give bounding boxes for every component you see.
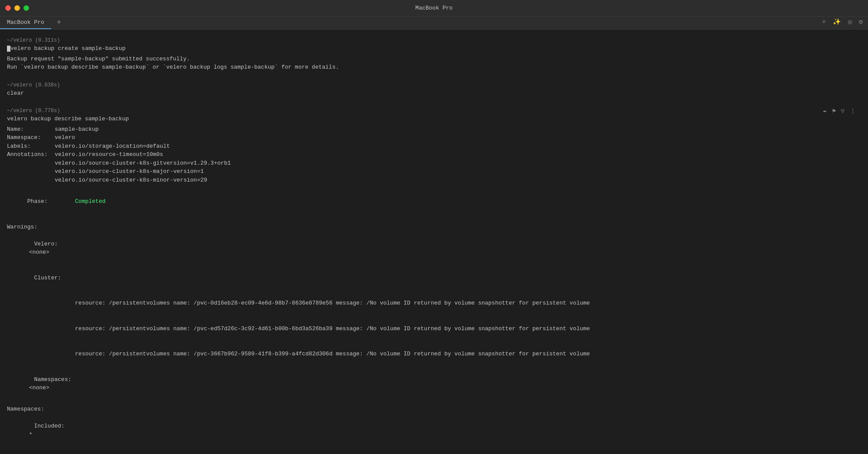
field-phase: Phase:Completed xyxy=(7,189,861,214)
filter-action-icon[interactable]: ▽ xyxy=(841,107,845,116)
warnings-header: Warnings: xyxy=(7,223,861,232)
block-actions: ✒ ⚑ ▽ ⋮ xyxy=(823,107,856,116)
field-annot-1: velero.io/source-cluster-k8s-gitversion=… xyxy=(7,159,861,168)
cursor xyxy=(7,46,10,52)
field-annot-3: velero.io/source-cluster-k8s-minor-versi… xyxy=(7,176,861,185)
tab-macbook-pro[interactable]: MacBook Pro xyxy=(0,17,51,29)
close-button[interactable] xyxy=(5,5,11,11)
output-1-line-2: Run `velero backup describe sample-backu… xyxy=(7,63,861,72)
field-name: Name:sample-backup xyxy=(7,125,861,134)
command-block-3: ✒ ⚑ ▽ ⋮ ~/velero (0.778s) velero backup … xyxy=(7,107,861,454)
command-block-1: ~/velero (0.311s) velero backup create s… xyxy=(7,36,861,72)
namespaces-excluded: Excluded: <none> xyxy=(7,447,861,454)
warnings-namespaces: Namespaces: <none> xyxy=(7,367,861,401)
prompt-2: ~/velero (0.038s) xyxy=(7,81,861,89)
field-annot-2: velero.io/source-cluster-k8s-major-versi… xyxy=(7,167,861,176)
window-title: MacBook Pro xyxy=(416,4,453,13)
warnings-cluster-line-2: resource: /persistentvolumes name: /pvc-… xyxy=(7,316,861,341)
toolbar-right: ⌕ ✨ ◎ ⚙ xyxy=(822,18,868,28)
warnings-velero: Velero: <none> xyxy=(7,231,861,265)
search-icon[interactable]: ⌕ xyxy=(822,18,826,28)
bookmark-action-icon[interactable]: ⚑ xyxy=(832,107,835,116)
command-3: velero backup describe sample-backup xyxy=(7,115,861,123)
more-action-icon[interactable]: ⋮ xyxy=(850,107,856,116)
command-2: clear xyxy=(7,89,861,98)
warnings-cluster-header: Cluster: xyxy=(7,265,861,291)
warnings-cluster-line-3: resource: /persistentvolumes name: /pvc-… xyxy=(7,341,861,367)
minimize-button[interactable] xyxy=(14,5,20,11)
namespaces-included: Included: * xyxy=(7,414,861,447)
location-icon[interactable]: ◎ xyxy=(848,18,852,28)
field-namespace: Namespace:velero xyxy=(7,133,861,142)
pin-icon[interactable]: ✨ xyxy=(833,18,841,28)
field-annotations: Annotations:velero.io/resource-timeout=1… xyxy=(7,150,861,159)
maximize-button[interactable] xyxy=(23,5,29,11)
new-tab-button[interactable]: + xyxy=(53,17,65,29)
namespaces-header: Namespaces: xyxy=(7,405,861,414)
field-labels: Labels:velero.io/storage-location=defaul… xyxy=(7,142,861,151)
terminal-body: ~/velero (0.311s) velero backup create s… xyxy=(0,30,868,454)
pin-action-icon[interactable]: ✒ xyxy=(823,107,827,116)
command-1: velero backup create sample-backup xyxy=(7,44,861,53)
tabs-bar: MacBook Pro + ⌕ ✨ ◎ ⚙ xyxy=(0,17,868,30)
prompt-1: ~/velero (0.311s) xyxy=(7,36,861,44)
settings-icon[interactable]: ⚙ xyxy=(859,18,863,28)
title-bar: MacBook Pro xyxy=(0,0,868,17)
output-1-line-1: Backup request "sample-backup" submitted… xyxy=(7,55,861,63)
prompt-3: ~/velero (0.778s) xyxy=(7,107,861,115)
command-block-2: ~/velero (0.038s) clear xyxy=(7,81,861,98)
phase-value: Completed xyxy=(75,198,106,205)
output-fields: Name:sample-backup Namespace:velero Labe… xyxy=(7,125,861,185)
traffic-lights[interactable] xyxy=(5,5,29,11)
warnings-cluster-line-1: resource: /persistentvolumes name: /pvc-… xyxy=(7,291,861,316)
